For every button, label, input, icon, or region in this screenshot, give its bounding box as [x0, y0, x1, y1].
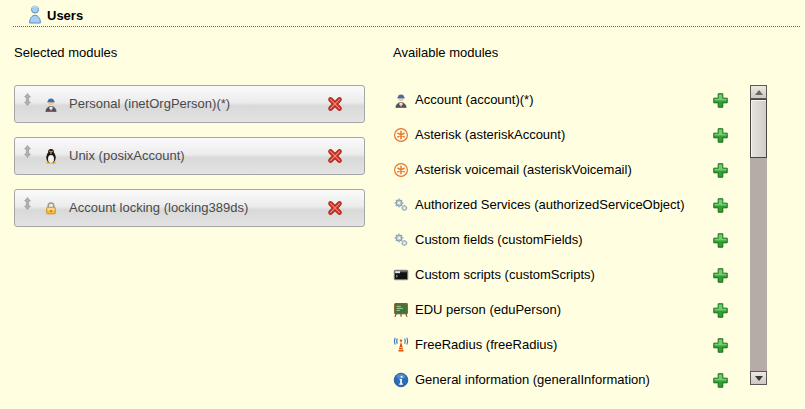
person-icon	[393, 92, 409, 112]
available-module-row: Asterisk voicemail (asteriskVoicemail)	[393, 156, 703, 184]
scroll-down-button[interactable]	[750, 371, 767, 385]
available-module-row: Authorized Services (authorizedServiceOb…	[393, 191, 703, 219]
add-module-button[interactable]	[712, 302, 729, 319]
scrollbar-thumb[interactable]	[750, 99, 767, 158]
terminal-icon	[393, 267, 409, 287]
radio-icon	[393, 337, 409, 357]
selected-modules-label: Selected modules	[14, 45, 117, 60]
available-modules-label: Available modules	[393, 45, 498, 60]
scrollbar-track[interactable]	[750, 99, 767, 371]
available-module-row: Asterisk (asteriskAccount)	[393, 121, 703, 149]
selected-module-row-personal[interactable]: Personal (inetOrgPerson)(*)	[14, 85, 365, 123]
plus-icon	[712, 92, 729, 109]
plus-icon	[712, 337, 729, 354]
selected-module-row-account-locking[interactable]: Account locking (locking389ds)	[14, 189, 365, 227]
available-module-label: Account (account)(*)	[415, 86, 534, 114]
penguin-icon	[43, 148, 59, 168]
gears-icon	[393, 232, 409, 252]
plus-icon	[712, 127, 729, 144]
asterisk-icon	[393, 127, 409, 147]
plus-icon	[712, 372, 729, 389]
add-module-button[interactable]	[712, 197, 729, 214]
delete-icon	[326, 199, 344, 217]
selected-module-label: Unix (posixAccount)	[69, 138, 185, 174]
selected-module-label: Account locking (locking389ds)	[69, 190, 248, 226]
plus-icon	[712, 267, 729, 284]
chalkboard-icon	[393, 302, 409, 322]
available-module-label: EDU person (eduPerson)	[415, 296, 561, 324]
page-title: Users	[47, 8, 83, 23]
add-module-button[interactable]	[712, 162, 729, 179]
lock-icon	[43, 200, 59, 220]
available-module-label: Custom scripts (customScripts)	[415, 261, 595, 289]
triangle-down-icon	[755, 376, 763, 381]
available-module-row: Custom fields (customFields)	[393, 226, 703, 254]
remove-module-button[interactable]	[326, 95, 344, 113]
drag-handle-icon[interactable]	[23, 144, 32, 162]
plus-icon	[712, 197, 729, 214]
add-module-button[interactable]	[712, 92, 729, 109]
add-module-button[interactable]	[712, 267, 729, 284]
available-module-row: General information (generalInformation)	[393, 366, 703, 394]
plus-icon	[712, 232, 729, 249]
users-icon	[27, 5, 43, 28]
add-module-button[interactable]	[712, 337, 729, 354]
selected-module-row-unix[interactable]: Unix (posixAccount)	[14, 137, 365, 175]
drag-handle-icon[interactable]	[23, 196, 32, 214]
add-module-button[interactable]	[712, 127, 729, 144]
info-icon	[393, 372, 409, 392]
scroll-up-button[interactable]	[750, 85, 767, 99]
gears-icon	[393, 197, 409, 217]
available-module-label: Asterisk (asteriskAccount)	[415, 121, 565, 149]
asterisk-icon	[393, 162, 409, 182]
plus-icon	[712, 302, 729, 319]
scrollbar[interactable]	[750, 85, 767, 385]
module-selection-page: Users Selected modules Available modules…	[0, 0, 805, 409]
available-module-label: FreeRadius (freeRadius)	[415, 331, 557, 359]
remove-module-button[interactable]	[326, 199, 344, 217]
add-module-button[interactable]	[712, 232, 729, 249]
section-divider	[13, 26, 800, 27]
selected-module-label: Personal (inetOrgPerson)(*)	[69, 86, 230, 122]
delete-icon	[326, 95, 344, 113]
available-module-row: FreeRadius (freeRadius)	[393, 331, 703, 359]
available-module-label: Authorized Services (authorizedServiceOb…	[415, 191, 685, 219]
available-module-row: Custom scripts (customScripts)	[393, 261, 703, 289]
plus-icon	[712, 162, 729, 179]
available-module-row: Account (account)(*)	[393, 86, 703, 114]
person-icon	[43, 96, 59, 116]
triangle-up-icon	[755, 90, 763, 95]
delete-icon	[326, 147, 344, 165]
add-module-button[interactable]	[712, 372, 729, 389]
available-module-row: EDU person (eduPerson)	[393, 296, 703, 324]
remove-module-button[interactable]	[326, 147, 344, 165]
drag-handle-icon[interactable]	[23, 92, 32, 110]
available-module-label: Custom fields (customFields)	[415, 226, 583, 254]
available-module-label: General information (generalInformation)	[415, 366, 650, 394]
available-module-label: Asterisk voicemail (asteriskVoicemail)	[415, 156, 632, 184]
